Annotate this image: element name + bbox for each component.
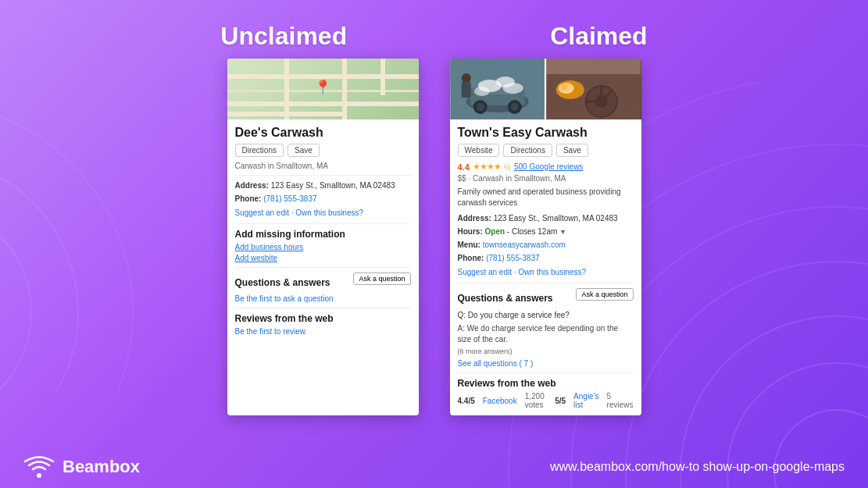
review2-score: 5/5 [555,397,566,405]
qa-question: Q: Do you charge a service fee? [458,310,634,321]
hours-row: Hours: Open - Closes 12am ▼ [458,226,634,237]
claimed-action-buttons: Website Directions Save [458,144,634,157]
unclaimed-phone-row: Phone: (781) 555-3837 [235,194,411,205]
unclaimed-phone-link[interactable]: (781) 555-3837 [263,194,316,203]
unclaimed-category: Carwash in Smalltown, MA [235,162,411,176]
add-missing-title: Add missing information [235,229,411,240]
claimed-phone-link[interactable]: (781) 555-3837 [486,254,539,262]
claimed-website-button[interactable]: Website [458,144,500,157]
hours-label: Hours: [458,227,483,236]
claimed-card-body: Town's Easy Carwash Website Directions S… [450,119,641,415]
add-website-link[interactable]: Add wesbite [235,254,411,262]
svg-point-34 [561,84,567,90]
claimed-label: Claimed [550,22,647,51]
cards-container: 📍 Dee's Carwash Directions Save Carwash … [0,59,868,415]
unclaimed-qa-row: Questions & answers Ask a question [235,272,411,291]
svg-rect-24 [461,82,470,98]
claimed-address-value: 123 Easy St., Smalltown, MA 02483 [494,214,618,223]
description: Family owned and operated business provi… [458,187,634,208]
unclaimed-card-body: Dee's Carwash Directions Save Carwash in… [227,119,419,342]
review1-source[interactable]: Facebook [483,397,517,405]
svg-point-23 [461,73,470,83]
photo-car-interior [546,59,641,119]
unclaimed-qa-title: Questions & answers [235,277,330,288]
price: $$ [458,174,466,183]
first-to-review[interactable]: Be the first to review [235,327,411,336]
unclaimed-address-row: Address: 123 Easy St., Smalltown, MA 024… [235,180,411,191]
first-review-link[interactable]: Be the first to review [235,327,306,336]
suggest-edit-link[interactable]: Suggest an edit · Own this business? [235,208,364,217]
menu-row: Menu: townseasycarwash.com [458,240,634,251]
interior-illustration [546,59,641,119]
claimed-phone-row: Phone: (781) 555-3837 [458,253,634,264]
unclaimed-reviews-title: Reviews from the web [235,313,411,324]
address-label: Address: [235,181,269,190]
section-labels: Unclaimed Claimed [0,0,868,51]
qa-answer: A: We do charge service fee depending on… [458,323,634,345]
half-star-icon: ½ [504,162,511,172]
claimed-phone-label: Phone: [458,254,484,262]
hours-value: - Closes 12am [507,227,557,236]
reviews-row: 4.4/5 Facebook 1,200 votes 5/5 Angie's l… [458,392,634,409]
unclaimed-business-name: Dee's Carwash [235,126,411,140]
unclaimed-card: 📍 Dee's Carwash Directions Save Carwash … [227,59,419,415]
claimed-ask-button[interactable]: Ask a question [576,288,633,301]
rating-row: 4.4 ★★★★½ 500 Google reviews [458,162,634,172]
bottom-bar: Beambox www.beambox.com/how-to show-up-o… [0,446,868,488]
footer-url: www.beambox.com/how-to show-up-on-google… [550,460,845,474]
unclaimed-label: Unclaimed [220,22,347,51]
review1-count: 1,200 votes [525,392,548,409]
claimed-address-row: Address: 123 Easy St., Smalltown, MA 024… [458,213,634,224]
price-category: $$ · Carwash in Smalltown, MA [458,174,634,183]
beambox-wifi-icon [23,455,55,479]
svg-point-35 [37,473,41,478]
claimed-address-label: Address: [458,214,491,223]
svg-point-16 [476,103,484,111]
unclaimed-first-ask[interactable]: Be the first to ask a question [235,294,411,303]
claimed-business-name: Town's Easy Carwash [458,126,634,140]
svg-point-18 [510,103,518,111]
claimed-suggest-edit-link[interactable]: Suggest an edit · Own this business? [458,268,587,276]
review1-score: 4.4/5 [458,397,475,405]
first-ask-link[interactable]: Be the first to ask a question [235,294,334,303]
rating-number: 4.4 [458,162,470,172]
svg-point-21 [473,87,489,96]
address-value: 123 Easy St., Smalltown, MA 02483 [271,181,395,190]
car-foam-illustration [450,59,545,119]
brand-name: Beambox [63,457,140,477]
unclaimed-save-button[interactable]: Save [288,144,320,157]
unclaimed-suggest-edit[interactable]: Suggest an edit · Own this business? [235,208,411,217]
photo-car-wash [450,59,545,119]
logo-area: Beambox [23,455,140,479]
hours-dropdown-icon[interactable]: ▼ [559,228,566,236]
more-answers: (6 more answers) [458,347,634,355]
review2-count: 5 reviews [607,392,634,409]
menu-link[interactable]: townseasycarwash.com [483,240,566,249]
unclaimed-action-buttons: Directions Save [235,144,411,157]
see-all-link[interactable]: See all questions ( 7 ) [458,359,534,368]
category: Carwash in Smalltown, MA [473,174,566,183]
claimed-save-button[interactable]: Save [556,144,588,157]
claimed-card: Town's Easy Carwash Website Directions S… [450,59,641,415]
claimed-directions-button[interactable]: Directions [503,144,552,157]
unclaimed-ask-button[interactable]: Ask a question [353,272,410,285]
card-photos [450,59,641,119]
claimed-qa-title: Questions & answers [458,293,553,304]
add-hours-link[interactable]: Add business hours [235,243,411,251]
svg-point-22 [502,83,523,94]
map-pin: 📍 [314,80,331,94]
hours-open: Open [485,227,505,236]
unclaimed-directions-button[interactable]: Directions [235,144,284,157]
claimed-reviews-title: Reviews from the web [458,378,634,389]
claimed-suggest-edit[interactable]: Suggest an edit · Own this business? [458,268,634,276]
menu-label: Menu: [458,240,480,249]
review2-source[interactable]: Angie's list [573,392,599,409]
map-image: 📍 [227,59,419,119]
claimed-qa-row: Questions & answers Ask a question [458,288,634,307]
stars-icon: ★★★★ [473,162,501,172]
phone-label: Phone: [235,194,262,203]
reviews-link[interactable]: 500 Google reviews [514,162,583,171]
